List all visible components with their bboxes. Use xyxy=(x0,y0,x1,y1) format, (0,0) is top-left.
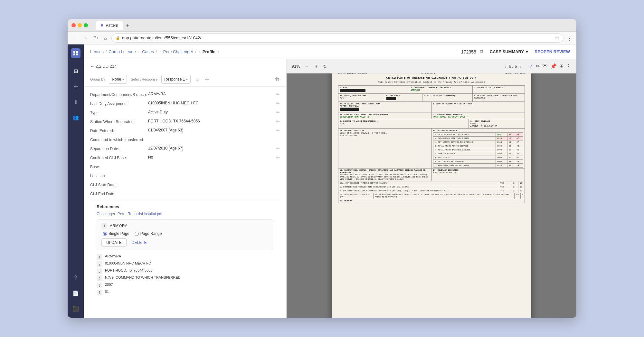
ref-sub-item: 4 N/A 9. COMMAND TO WHICH TRANSFERRED xyxy=(97,275,273,281)
edit-icon[interactable]: ✏ xyxy=(276,92,280,97)
ref-header-1: 1 ARMY/RA xyxy=(101,223,269,229)
edit-action-button[interactable]: ✏ xyxy=(536,63,540,69)
field-value: ARMY/RA xyxy=(148,92,273,96)
field-row: Base: xyxy=(90,164,280,169)
back-nav-button[interactable]: ← xyxy=(71,34,79,41)
page-total: 6 xyxy=(515,64,517,69)
form-panel: ← 2.2 DD 214 Group By None ▾ Select Resp… xyxy=(84,59,287,318)
minimize-button[interactable] xyxy=(78,23,82,27)
zoom-in-button[interactable]: + xyxy=(313,63,319,70)
ref-sub-text: 2007 xyxy=(105,283,113,286)
edit-icon[interactable]: ✏ xyxy=(276,128,280,133)
home-button[interactable]: ⌂ xyxy=(103,34,108,41)
new-tab-button[interactable]: + xyxy=(126,23,129,28)
prev-page-button[interactable]: ‹ xyxy=(505,63,506,69)
breadcrumb-sep-2: / xyxy=(156,50,157,54)
address-bar: ← → ↻ ⌂ 🔒 app.patterndata.io/lens/555/ca… xyxy=(68,32,576,44)
document-sidebar-icon[interactable]: 📄 xyxy=(71,288,81,298)
breadcrumb-sep-3: / xyxy=(195,50,196,54)
upload-sidebar-icon[interactable]: ⬆ xyxy=(71,97,81,107)
doc-caution: CAUTION: NOT TO BE USED FOR IDENTIFICATI… xyxy=(338,73,525,74)
reference-file-link[interactable]: Challenger_Pete_RecordsHospital.pdf xyxy=(97,212,273,216)
ref-sub-item: 5 2007 xyxy=(97,283,273,288)
field-label: Station Where Separated: xyxy=(90,119,148,124)
field-value: 01/04/2007 (Age 63) xyxy=(148,128,273,132)
url-text: app.patterndata.io/lens/555/cases/131042… xyxy=(122,35,201,40)
forward-nav-button[interactable]: → xyxy=(82,34,90,41)
response-select[interactable]: Response 1 ▾ xyxy=(161,75,191,84)
zoom-level: 91% xyxy=(292,64,300,69)
next-page-button[interactable]: › xyxy=(520,63,521,69)
ref-sub-text: ARMY/RA xyxy=(105,254,121,258)
eye-action-button[interactable]: 👁 xyxy=(543,63,548,69)
trash-icon[interactable]: 🗑 xyxy=(275,76,280,82)
field-label: Command to which transferred: xyxy=(90,137,148,142)
breadcrumb-sep-1: / xyxy=(106,50,107,54)
content-panel: Lenses / Camp Lejeune › Cases / › Pete C… xyxy=(84,44,576,318)
edit-icon[interactable]: ✏ xyxy=(276,155,280,160)
response-arrow: ▾ xyxy=(186,78,188,81)
breadcrumb-lenses[interactable]: Lenses xyxy=(90,49,104,54)
svg-rect-2 xyxy=(73,53,75,55)
radio-single-page[interactable]: Single Page xyxy=(103,231,129,236)
more-action-button[interactable]: ⋮ xyxy=(566,63,571,69)
plus-icon[interactable]: ✛ xyxy=(204,76,210,83)
copy-icon[interactable]: ⧉ xyxy=(480,49,483,54)
reference-item-1: 1 ARMY/RA Single Page xyxy=(97,219,273,250)
group-by-select[interactable]: None ▾ xyxy=(109,75,127,84)
radio-page-range[interactable]: Page Range xyxy=(135,231,162,236)
field-label: Department/Component/B ranch: xyxy=(90,92,148,97)
reopen-review-button[interactable]: REOPEN REVIEW xyxy=(535,49,570,54)
close-button[interactable] xyxy=(71,23,76,27)
breadcrumb-arrow-1: › xyxy=(138,50,139,53)
rotate-button[interactable]: ↻ xyxy=(323,64,327,69)
maximize-button[interactable] xyxy=(84,23,88,27)
doc-table-row7: 13. DECORATIONS, MEDALS, BADGES, CITATIO… xyxy=(338,168,525,181)
update-button[interactable]: UPDATE xyxy=(101,238,127,247)
back-button[interactable]: ← 2.2 DD 214 xyxy=(90,64,117,69)
doc-action-buttons: ✓ ✏ 👁 📌 ⊞ ⋮ xyxy=(529,63,571,69)
field-row: CLJ End Date: xyxy=(90,191,280,196)
edit-icon[interactable]: ✏ xyxy=(276,101,280,106)
refresh-button[interactable]: ↻ xyxy=(93,34,99,42)
doc-table-row10: 18. REMARKS xyxy=(338,199,525,203)
case-number: 172358 xyxy=(461,49,476,54)
app-logo xyxy=(71,48,80,58)
edit-icon[interactable]: ✏ xyxy=(276,119,280,124)
doc-content: CAUTION: NOT TO BE USED FOR IDENTIFICATI… xyxy=(287,73,576,318)
edit-icon[interactable]: ✏ xyxy=(276,146,280,151)
delete-button[interactable]: DELETE xyxy=(132,240,147,245)
url-bar[interactable]: 🔒 app.patterndata.io/lens/555/cases/1310… xyxy=(111,34,564,43)
ref-sub-text: N/A 9. COMMAND TO WHICH TRANSFERRED xyxy=(105,275,181,279)
zoom-out-button[interactable]: − xyxy=(304,63,309,70)
help-sidebar-icon[interactable]: ? xyxy=(71,273,81,283)
breadcrumb-profile[interactable]: Profile xyxy=(203,49,215,54)
check-action-button[interactable]: ✓ xyxy=(529,63,533,69)
logout-sidebar-icon[interactable]: ⬛ xyxy=(71,303,81,314)
document-page: CAUTION: NOT TO BE USED FOR IDENTIFICATI… xyxy=(332,73,531,318)
breadcrumb-camp-lejeune[interactable]: Camp Lejeune xyxy=(109,49,136,54)
active-tab[interactable]: P Pattern xyxy=(96,21,123,30)
pin-action-button[interactable]: 📌 xyxy=(550,63,557,69)
breadcrumb-arrow-4: › xyxy=(218,50,219,53)
breadcrumb-cases[interactable]: Cases xyxy=(142,49,154,54)
ref-sub-item: 1 ARMY/RA xyxy=(97,254,273,260)
crosshair-sidebar-icon[interactable]: ✛ xyxy=(71,81,81,91)
edit-icon[interactable]: ✏ xyxy=(276,110,280,115)
ref-sub-num: 4 xyxy=(97,275,102,281)
ref-sub-item: 2 010005INBN HHC MECH FC xyxy=(97,261,273,267)
grid-action-button[interactable]: ⊞ xyxy=(559,63,564,69)
page-range-radio[interactable] xyxy=(135,232,139,236)
field-row: Separation Date: 12/07/2010 (Age 67) ✏ xyxy=(90,146,280,151)
users-sidebar-icon[interactable]: 👥 xyxy=(71,112,81,122)
breadcrumb-pete-challenger[interactable]: Pete Challenger xyxy=(163,49,193,54)
browser-menu-button[interactable]: ⋮ xyxy=(567,34,573,42)
case-summary-button[interactable]: CASE SUMMARY ▾ xyxy=(487,48,531,55)
star-icon[interactable]: ☆ xyxy=(194,76,200,83)
field-row: Command to which transferred: xyxy=(90,137,280,142)
single-page-radio[interactable] xyxy=(103,232,107,236)
ref-sub-text: 01 xyxy=(105,290,109,294)
grid-sidebar-icon[interactable]: ⊞ xyxy=(71,66,81,76)
bookmark-icon[interactable]: ☆ xyxy=(555,35,559,41)
doc-toolbar: 91% − + ↻ ‹ 6 / 6 › xyxy=(287,59,576,73)
